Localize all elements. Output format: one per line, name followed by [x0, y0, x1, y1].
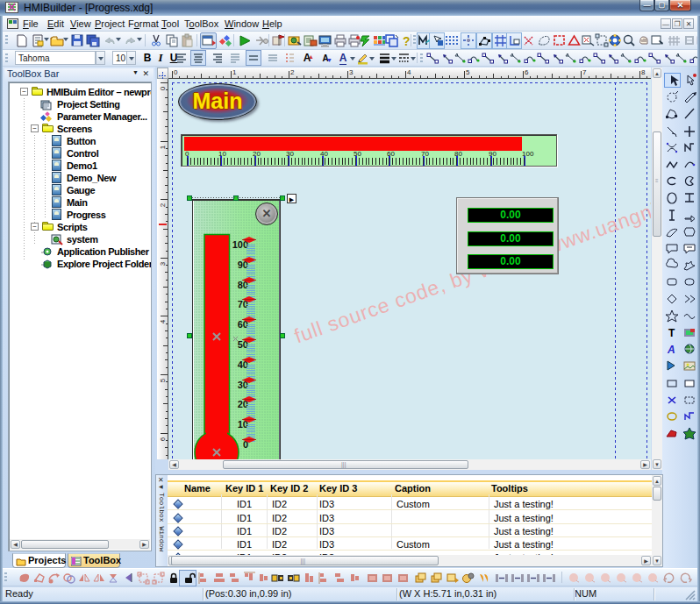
- svg-text:?: ?: [403, 34, 411, 48]
- svg-text:A: A: [667, 344, 675, 356]
- svg-text:3: 3: [159, 261, 167, 266]
- svg-text:2: 2: [159, 203, 167, 207]
- svg-text:1: 1: [159, 145, 167, 149]
- svg-text:0: 0: [159, 86, 167, 90]
- svg-text:5: 5: [159, 378, 167, 382]
- svg-text:6: 6: [159, 437, 167, 441]
- svg-text:4: 4: [159, 319, 167, 323]
- svg-text:T: T: [668, 327, 675, 339]
